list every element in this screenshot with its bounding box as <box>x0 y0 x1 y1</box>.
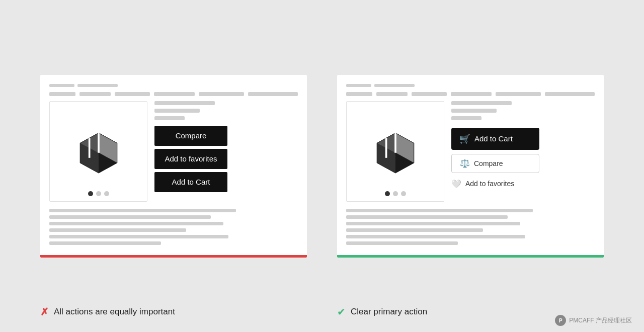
product-box-icon <box>71 124 126 179</box>
product-area-good: 🛒 Add to Cart ⚖️ Compare 🤍 A <box>346 101 595 202</box>
mock-nav-top-good <box>346 84 595 87</box>
dot-active-good <box>385 191 390 196</box>
scale-icon: ⚖️ <box>460 158 470 168</box>
button-group-good: 🛒 Add to Cart ⚖️ Compare 🤍 A <box>451 128 595 191</box>
watermark-text: PMCAFF 产品经理社区 <box>569 316 632 325</box>
content-lines-good <box>346 209 595 245</box>
info-line-2 <box>154 109 200 113</box>
content-line-g5 <box>346 235 525 238</box>
watermark-logo: P <box>555 315 566 326</box>
content-line-1 <box>49 209 236 212</box>
dot-active <box>88 191 93 196</box>
product-image-bad <box>49 101 147 202</box>
mock-nav-row <box>49 92 298 96</box>
dot-inactive-2 <box>104 191 109 196</box>
add-favorites-label: Add to favorites <box>465 180 514 188</box>
add-cart-button-bad[interactable]: Add to Cart <box>154 172 227 192</box>
content-line-g3 <box>346 222 520 225</box>
bad-caption-text: All actions are equally important <box>54 307 175 317</box>
compare-label: Compare <box>474 159 503 168</box>
mock-nav-row-good <box>346 92 595 96</box>
product-dots-good <box>385 191 406 196</box>
product-box-icon-good <box>368 124 423 179</box>
mock-nav-top <box>49 84 298 87</box>
product-info-good: 🛒 Add to Cart ⚖️ Compare 🤍 A <box>451 101 595 202</box>
dot-inactive-1 <box>96 191 101 196</box>
bad-example-panel: Compare Add to favorites Add to Cart <box>40 75 307 258</box>
x-icon: ✗ <box>40 306 49 318</box>
info-line-g2 <box>451 109 497 113</box>
watermark: P PMCAFF 产品经理社区 <box>555 315 632 326</box>
content-line-5 <box>49 235 228 238</box>
info-line-3 <box>154 116 185 120</box>
cart-icon: 🛒 <box>459 133 470 144</box>
product-dots-bad <box>88 191 109 196</box>
product-area-bad: Compare Add to favorites Add to Cart <box>49 101 298 202</box>
bad-panel-bar <box>40 255 307 258</box>
good-panel-bar <box>337 255 604 258</box>
info-line-1 <box>154 101 215 105</box>
content-line-4 <box>49 228 186 232</box>
captions-row: ✗ All actions are equally important ✔ Cl… <box>0 300 644 318</box>
add-cart-button-primary[interactable]: 🛒 Add to Cart <box>451 128 539 150</box>
content-line-3 <box>49 222 223 225</box>
add-favorites-button-bad[interactable]: Add to favorites <box>154 149 227 169</box>
content-line-g1 <box>346 209 533 212</box>
compare-button-secondary[interactable]: ⚖️ Compare <box>451 154 539 173</box>
dot-inactive-1-good <box>393 191 398 196</box>
good-caption-text: Clear primary action <box>351 307 427 317</box>
compare-button-bad[interactable]: Compare <box>154 126 227 146</box>
content-line-2 <box>49 215 211 219</box>
good-example-panel: 🛒 Add to Cart ⚖️ Compare 🤍 A <box>337 75 604 258</box>
bad-caption: ✗ All actions are equally important <box>40 300 307 318</box>
content-line-g2 <box>346 215 508 219</box>
product-info-bad: Compare Add to favorites Add to Cart <box>154 101 298 202</box>
add-cart-label: Add to Cart <box>474 134 513 143</box>
info-line-g3 <box>451 116 481 120</box>
product-image-good <box>346 101 444 202</box>
add-favorites-button-text[interactable]: 🤍 Add to favorites <box>451 177 595 191</box>
heart-icon: 🤍 <box>451 179 461 189</box>
content-line-g4 <box>346 228 483 232</box>
button-group-bad: Compare Add to favorites Add to Cart <box>154 126 298 192</box>
dot-inactive-2-good <box>401 191 406 196</box>
content-line-g6 <box>346 241 458 245</box>
check-icon: ✔ <box>337 306 346 318</box>
content-line-6 <box>49 241 161 245</box>
content-lines-bad <box>49 209 298 245</box>
info-line-g1 <box>451 101 512 105</box>
